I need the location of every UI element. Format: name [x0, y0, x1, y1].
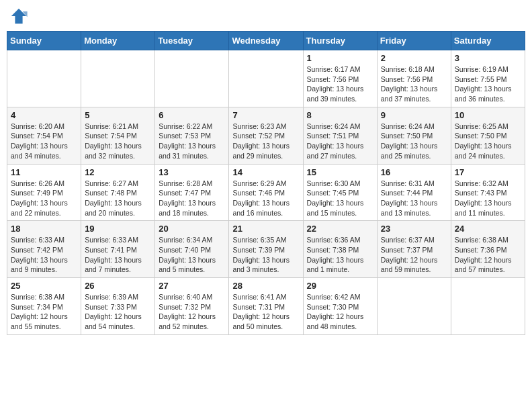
col-header-saturday: Saturday: [451, 32, 525, 50]
day-number: 21: [232, 224, 299, 234]
day-number: 22: [307, 224, 373, 234]
calendar-cell: 15Sunrise: 6:30 AM Sunset: 7:45 PM Dayli…: [303, 164, 377, 221]
day-info: Sunrise: 6:28 AM Sunset: 7:47 PM Dayligh…: [159, 179, 225, 218]
calendar-cell: 2Sunrise: 6:18 AM Sunset: 7:56 PM Daylig…: [377, 50, 451, 107]
day-info: Sunrise: 6:36 AM Sunset: 7:38 PM Dayligh…: [307, 235, 373, 275]
calendar-cell: 18Sunrise: 6:33 AM Sunset: 7:42 PM Dayli…: [7, 221, 81, 278]
col-header-tuesday: Tuesday: [155, 32, 229, 50]
day-number: 7: [232, 110, 299, 120]
day-info: Sunrise: 6:39 AM Sunset: 7:33 PM Dayligh…: [85, 292, 151, 332]
day-number: 9: [381, 110, 447, 120]
day-number: 26: [85, 281, 151, 291]
day-number: 20: [159, 224, 225, 234]
day-number: 14: [232, 167, 299, 177]
calendar-cell: 20Sunrise: 6:34 AM Sunset: 7:40 PM Dayli…: [155, 221, 229, 278]
day-number: 2: [381, 53, 447, 63]
calendar-cell: 7Sunrise: 6:23 AM Sunset: 7:52 PM Daylig…: [229, 107, 303, 164]
calendar-cell: 21Sunrise: 6:35 AM Sunset: 7:39 PM Dayli…: [229, 221, 303, 278]
calendar-cell: 8Sunrise: 6:24 AM Sunset: 7:51 PM Daylig…: [303, 107, 377, 164]
col-header-wednesday: Wednesday: [229, 32, 303, 50]
calendar-cell: [7, 50, 81, 107]
day-info: Sunrise: 6:25 AM Sunset: 7:50 PM Dayligh…: [455, 122, 521, 161]
calendar-cell: 27Sunrise: 6:40 AM Sunset: 7:32 PM Dayli…: [155, 278, 229, 335]
day-number: 10: [455, 110, 521, 120]
day-number: 8: [307, 110, 373, 120]
day-number: 17: [455, 167, 521, 177]
col-header-monday: Monday: [81, 32, 155, 50]
day-info: Sunrise: 6:38 AM Sunset: 7:34 PM Dayligh…: [11, 292, 77, 332]
calendar-week-row: 1Sunrise: 6:17 AM Sunset: 7:56 PM Daylig…: [7, 50, 525, 107]
day-info: Sunrise: 6:18 AM Sunset: 7:56 PM Dayligh…: [381, 64, 447, 104]
calendar-cell: [155, 50, 229, 107]
calendar-week-row: 11Sunrise: 6:26 AM Sunset: 7:49 PM Dayli…: [7, 164, 525, 221]
calendar-cell: [377, 278, 451, 335]
day-info: Sunrise: 6:24 AM Sunset: 7:50 PM Dayligh…: [381, 122, 447, 161]
day-number: 25: [11, 281, 77, 291]
day-info: Sunrise: 6:22 AM Sunset: 7:53 PM Dayligh…: [159, 122, 225, 161]
day-number: 24: [455, 224, 521, 234]
day-info: Sunrise: 6:38 AM Sunset: 7:36 PM Dayligh…: [455, 235, 521, 275]
day-info: Sunrise: 6:23 AM Sunset: 7:52 PM Dayligh…: [232, 122, 299, 161]
calendar-cell: 10Sunrise: 6:25 AM Sunset: 7:50 PM Dayli…: [451, 107, 525, 164]
day-info: Sunrise: 6:30 AM Sunset: 7:45 PM Dayligh…: [307, 179, 373, 218]
calendar-cell: 5Sunrise: 6:21 AM Sunset: 7:54 PM Daylig…: [81, 107, 155, 164]
col-header-friday: Friday: [377, 32, 451, 50]
day-number: 23: [381, 224, 447, 234]
day-number: 15: [307, 167, 373, 177]
day-number: 1: [307, 53, 373, 63]
day-info: Sunrise: 6:35 AM Sunset: 7:39 PM Dayligh…: [232, 235, 299, 275]
calendar-cell: 28Sunrise: 6:41 AM Sunset: 7:31 PM Dayli…: [229, 278, 303, 335]
col-header-sunday: Sunday: [7, 32, 81, 50]
logo-icon: [9, 7, 28, 26]
day-info: Sunrise: 6:24 AM Sunset: 7:51 PM Dayligh…: [307, 122, 373, 161]
day-number: 29: [307, 281, 373, 291]
calendar-header-row: SundayMondayTuesdayWednesdayThursdayFrid…: [7, 32, 525, 50]
day-number: 4: [11, 110, 77, 120]
day-number: 5: [85, 110, 151, 120]
calendar-cell: 23Sunrise: 6:37 AM Sunset: 7:37 PM Dayli…: [377, 221, 451, 278]
day-info: Sunrise: 6:21 AM Sunset: 7:54 PM Dayligh…: [85, 122, 151, 161]
day-info: Sunrise: 6:42 AM Sunset: 7:30 PM Dayligh…: [307, 292, 373, 332]
calendar-cell: 3Sunrise: 6:19 AM Sunset: 7:55 PM Daylig…: [451, 50, 525, 107]
day-info: Sunrise: 6:33 AM Sunset: 7:41 PM Dayligh…: [85, 235, 151, 275]
header: [7, 7, 525, 26]
calendar-cell: 13Sunrise: 6:28 AM Sunset: 7:47 PM Dayli…: [155, 164, 229, 221]
day-number: 13: [159, 167, 225, 177]
day-info: Sunrise: 6:37 AM Sunset: 7:37 PM Dayligh…: [381, 235, 447, 275]
calendar-cell: 14Sunrise: 6:29 AM Sunset: 7:46 PM Dayli…: [229, 164, 303, 221]
calendar-cell: 9Sunrise: 6:24 AM Sunset: 7:50 PM Daylig…: [377, 107, 451, 164]
svg-marker-0: [11, 9, 26, 24]
calendar-cell: 19Sunrise: 6:33 AM Sunset: 7:41 PM Dayli…: [81, 221, 155, 278]
calendar-week-row: 4Sunrise: 6:20 AM Sunset: 7:54 PM Daylig…: [7, 107, 525, 164]
logo: [9, 7, 30, 26]
day-info: Sunrise: 6:32 AM Sunset: 7:43 PM Dayligh…: [455, 179, 521, 218]
day-info: Sunrise: 6:31 AM Sunset: 7:44 PM Dayligh…: [381, 179, 447, 218]
day-info: Sunrise: 6:20 AM Sunset: 7:54 PM Dayligh…: [11, 122, 77, 161]
day-number: 16: [381, 167, 447, 177]
calendar-table: SundayMondayTuesdayWednesdayThursdayFrid…: [7, 31, 525, 335]
calendar-cell: 25Sunrise: 6:38 AM Sunset: 7:34 PM Dayli…: [7, 278, 81, 335]
calendar-cell: 17Sunrise: 6:32 AM Sunset: 7:43 PM Dayli…: [451, 164, 525, 221]
calendar-cell: [451, 278, 525, 335]
calendar-cell: 16Sunrise: 6:31 AM Sunset: 7:44 PM Dayli…: [377, 164, 451, 221]
calendar-cell: 11Sunrise: 6:26 AM Sunset: 7:49 PM Dayli…: [7, 164, 81, 221]
day-number: 3: [455, 53, 521, 63]
calendar-week-row: 25Sunrise: 6:38 AM Sunset: 7:34 PM Dayli…: [7, 278, 525, 335]
calendar-cell: 4Sunrise: 6:20 AM Sunset: 7:54 PM Daylig…: [7, 107, 81, 164]
day-number: 12: [85, 167, 151, 177]
day-number: 28: [232, 281, 299, 291]
calendar-cell: 29Sunrise: 6:42 AM Sunset: 7:30 PM Dayli…: [303, 278, 377, 335]
day-number: 27: [159, 281, 225, 291]
calendar-cell: 24Sunrise: 6:38 AM Sunset: 7:36 PM Dayli…: [451, 221, 525, 278]
day-info: Sunrise: 6:29 AM Sunset: 7:46 PM Dayligh…: [232, 179, 299, 218]
day-number: 19: [85, 224, 151, 234]
day-info: Sunrise: 6:17 AM Sunset: 7:56 PM Dayligh…: [307, 64, 373, 104]
calendar-cell: [81, 50, 155, 107]
day-number: 6: [159, 110, 225, 120]
calendar-cell: 12Sunrise: 6:27 AM Sunset: 7:48 PM Dayli…: [81, 164, 155, 221]
calendar-cell: 22Sunrise: 6:36 AM Sunset: 7:38 PM Dayli…: [303, 221, 377, 278]
col-header-thursday: Thursday: [303, 32, 377, 50]
day-info: Sunrise: 6:33 AM Sunset: 7:42 PM Dayligh…: [11, 235, 77, 275]
day-info: Sunrise: 6:40 AM Sunset: 7:32 PM Dayligh…: [159, 292, 225, 332]
day-info: Sunrise: 6:26 AM Sunset: 7:49 PM Dayligh…: [11, 179, 77, 218]
